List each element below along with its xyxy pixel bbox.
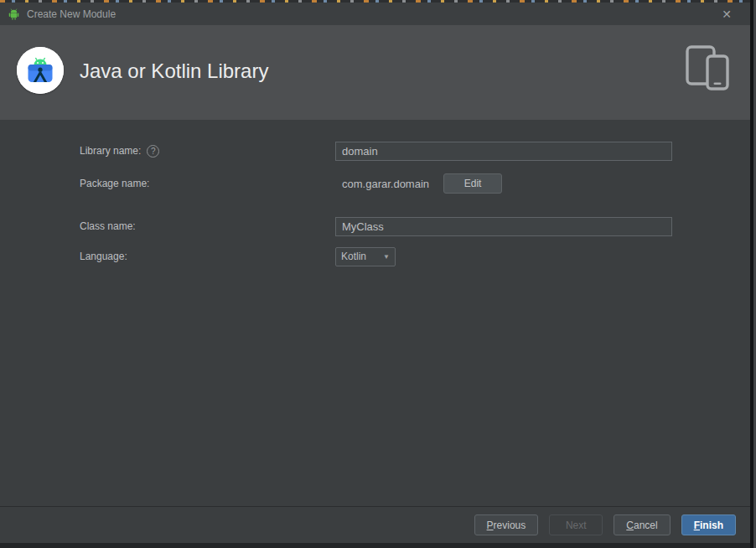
class-name-label: Class name: bbox=[80, 220, 136, 232]
package-name-value: com.garar.domain bbox=[342, 178, 429, 190]
wizard-header: Java or Kotlin Library bbox=[0, 25, 750, 120]
window-title: Create New Module bbox=[27, 8, 116, 20]
previous-button[interactable]: Previous bbox=[474, 514, 539, 535]
screen: Create New Module ✕ bbox=[0, 0, 756, 548]
background-right-strip bbox=[750, 0, 756, 548]
language-selected-value: Kotlin bbox=[341, 251, 381, 262]
library-name-label: Library name: bbox=[80, 145, 141, 157]
class-name-input[interactable] bbox=[335, 217, 672, 236]
language-label: Language: bbox=[80, 251, 127, 262]
android-studio-logo bbox=[17, 47, 64, 94]
devices-icon bbox=[686, 45, 729, 90]
language-select[interactable]: Kotlin ▼ bbox=[335, 247, 396, 266]
next-button: Next bbox=[549, 514, 603, 535]
android-icon bbox=[7, 8, 21, 20]
finish-button[interactable]: Finish bbox=[681, 514, 736, 535]
create-new-module-dialog: Create New Module ✕ bbox=[0, 3, 750, 543]
help-icon[interactable]: ? bbox=[147, 145, 159, 158]
dialog-titlebar[interactable]: Create New Module ✕ bbox=[0, 3, 750, 25]
library-name-input[interactable] bbox=[335, 142, 672, 161]
package-name-row: Package name: com.garar.domain Edit bbox=[80, 173, 502, 194]
cancel-button[interactable]: Cancel bbox=[614, 514, 670, 535]
language-row: Language: Kotlin ▼ bbox=[80, 246, 396, 266]
edit-package-button[interactable]: Edit bbox=[443, 173, 502, 194]
chevron-down-icon: ▼ bbox=[383, 253, 390, 261]
wizard-form: Library name: ? Package name: com.garar.… bbox=[0, 120, 750, 506]
background-bottom-strip bbox=[0, 543, 750, 548]
close-icon[interactable]: ✕ bbox=[718, 7, 735, 22]
wizard-step-title: Java or Kotlin Library bbox=[80, 59, 268, 84]
class-name-row: Class name: bbox=[80, 216, 672, 236]
package-name-label: Package name: bbox=[80, 178, 149, 189]
library-name-row: Library name: ? bbox=[80, 141, 672, 161]
dialog-footer: Previous Next Cancel Finish bbox=[0, 506, 750, 543]
